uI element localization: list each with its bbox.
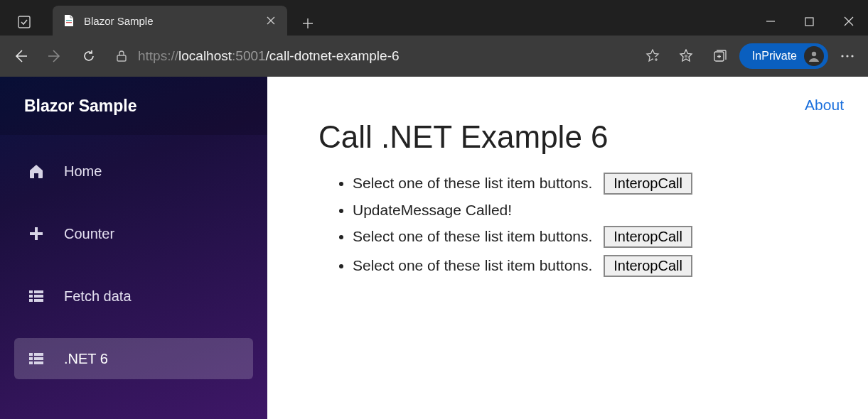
list-item: Select one of these list item buttons. I…	[353, 169, 842, 198]
new-tab-button[interactable]	[296, 11, 320, 36]
list-item: Select one of these list item buttons. I…	[353, 222, 842, 251]
svg-rect-16	[34, 299, 43, 302]
address-bar[interactable]: https://localhost:5001/call-dotnet-examp…	[108, 43, 667, 70]
list-item-text: UpdateMessage Called!	[353, 202, 512, 218]
inprivate-badge[interactable]: InPrivate	[739, 43, 828, 69]
list-icon	[27, 287, 45, 305]
browser-tab[interactable]: Blazor Sample	[53, 6, 287, 36]
svg-rect-13	[29, 295, 33, 298]
window-close-button[interactable]	[829, 7, 868, 36]
sidebar-item-home[interactable]: Home	[14, 151, 253, 192]
list-item: Select one of these list item buttons. I…	[353, 251, 842, 281]
sidebar-item-label: .NET 6	[64, 351, 108, 367]
svg-rect-1	[66, 20, 72, 21]
window-controls	[751, 7, 868, 36]
back-button[interactable]	[6, 41, 36, 71]
main-content: About Call .NET Example 6 Select one of …	[267, 77, 868, 419]
more-button[interactable]	[832, 41, 862, 71]
page-title: Call .NET Example 6	[318, 119, 842, 155]
interop-call-button[interactable]: InteropCall	[604, 173, 692, 195]
svg-point-9	[846, 55, 848, 57]
sidebar-item--net-6[interactable]: .NET 6	[14, 338, 253, 379]
interop-call-button[interactable]: InteropCall	[604, 255, 692, 277]
url-text: https://localhost:5001/call-dotnet-examp…	[138, 48, 636, 64]
item-list: Select one of these list item buttons. I…	[336, 169, 842, 281]
list-item-text: Select one of these list item buttons.	[353, 257, 592, 273]
svg-rect-0	[18, 16, 30, 28]
sidebar-item-fetch-data[interactable]: Fetch data	[14, 276, 253, 317]
svg-rect-15	[29, 299, 33, 302]
sidebar-item-label: Fetch data	[64, 288, 132, 305]
tab-actions-icon[interactable]	[10, 9, 38, 36]
tab-strip: Blazor Sample	[0, 0, 868, 36]
brand-title: Blazor Sample	[0, 77, 267, 135]
home-icon	[27, 162, 45, 180]
svg-rect-19	[29, 357, 33, 360]
sidebar: Blazor Sample HomeCounterFetch data.NET …	[0, 77, 267, 419]
refresh-button[interactable]	[74, 41, 104, 71]
interop-call-button[interactable]: InteropCall	[604, 226, 692, 248]
minimize-button[interactable]	[751, 7, 790, 36]
nav-menu: HomeCounterFetch data.NET 6	[0, 135, 267, 395]
svg-rect-17	[29, 353, 33, 356]
svg-rect-22	[34, 361, 43, 364]
list-item-text: Select one of these list item buttons.	[353, 175, 592, 191]
svg-rect-4	[117, 55, 126, 61]
svg-point-7	[812, 52, 816, 56]
browser-toolbar: https://localhost:5001/call-dotnet-examp…	[0, 36, 868, 77]
svg-point-10	[851, 55, 853, 57]
svg-rect-21	[29, 361, 33, 364]
favorites-button[interactable]	[671, 41, 701, 71]
svg-rect-14	[34, 295, 43, 298]
sidebar-item-label: Home	[64, 163, 102, 180]
svg-rect-12	[34, 290, 43, 293]
add-favorite-icon[interactable]	[645, 49, 660, 63]
collections-button[interactable]	[705, 41, 735, 71]
sidebar-item-label: Counter	[64, 226, 114, 242]
list-item-text: Select one of these list item buttons.	[353, 228, 592, 244]
plus-icon	[27, 224, 45, 243]
list-item: UpdateMessage Called!	[353, 198, 842, 222]
lock-icon	[115, 50, 128, 62]
list-icon	[27, 349, 45, 368]
svg-rect-18	[34, 353, 43, 356]
tab-title: Blazor Sample	[84, 15, 256, 27]
svg-rect-20	[34, 357, 43, 360]
sidebar-item-counter[interactable]: Counter	[14, 213, 253, 254]
avatar-icon	[804, 46, 824, 66]
svg-rect-3	[805, 18, 813, 26]
svg-point-8	[841, 55, 843, 57]
svg-rect-2	[66, 22, 72, 23]
file-icon	[63, 14, 75, 27]
svg-rect-11	[29, 290, 33, 293]
close-icon[interactable]	[264, 14, 277, 27]
page-viewport: Blazor Sample HomeCounterFetch data.NET …	[0, 77, 868, 419]
forward-button[interactable]	[40, 41, 70, 71]
about-link[interactable]: About	[805, 97, 844, 114]
inprivate-label: InPrivate	[752, 50, 797, 62]
maximize-button[interactable]	[790, 7, 829, 36]
browser-chrome: Blazor Sample https://l	[0, 0, 868, 77]
